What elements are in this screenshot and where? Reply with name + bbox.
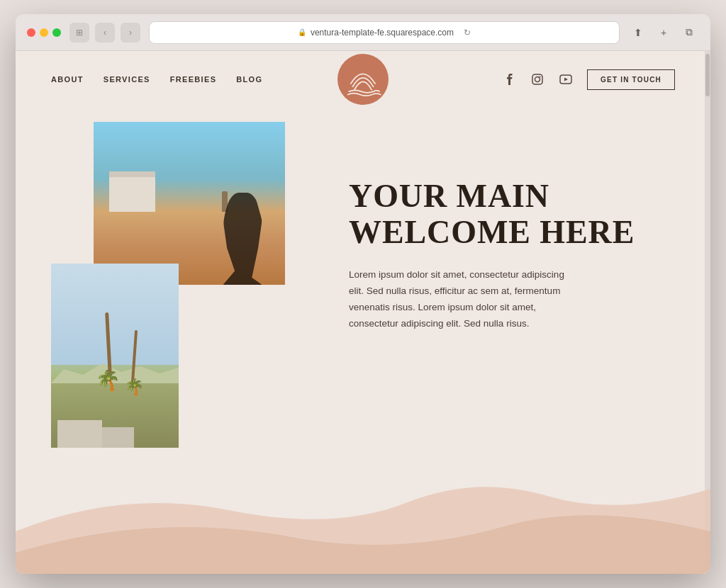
lock-icon: 🔒 xyxy=(298,28,306,36)
desert-scene xyxy=(94,122,285,285)
sidebar-toggle-button[interactable]: ⊞ xyxy=(69,23,89,43)
logo-container[interactable] xyxy=(337,54,389,105)
palm-scene: 🌴 🌴 xyxy=(51,264,179,448)
palm-2: 🌴 xyxy=(125,330,144,396)
reload-icon[interactable]: ↻ xyxy=(464,28,471,38)
nav-right: GET IN TOUCH xyxy=(502,69,675,90)
building-top xyxy=(109,171,155,177)
buildings xyxy=(51,402,179,448)
hero-images: 🌴 🌴 xyxy=(51,122,306,490)
fronds-1: 🌴 xyxy=(95,368,122,394)
hero-body-text: Lorem ipsum dolor sit amet, consectetur … xyxy=(349,267,576,332)
tabs-button[interactable]: ⧉ xyxy=(679,23,699,43)
navigation: ABOUT SERVICES FREEBIES BLOG xyxy=(16,51,710,108)
svg-point-2 xyxy=(535,77,540,82)
url-text: ventura-template-fe.squarespace.com xyxy=(311,28,454,38)
trunk-2 xyxy=(130,330,137,383)
heading-line1: YOUR MAIN xyxy=(349,178,549,214)
wave-decoration xyxy=(16,446,710,574)
maximize-button[interactable] xyxy=(52,28,61,37)
url-bar[interactable]: 🔒 ventura-template-fe.squarespace.com ↻ xyxy=(149,21,620,44)
nav-services[interactable]: SERVICES xyxy=(104,75,150,84)
building xyxy=(109,177,155,216)
browser-controls: ⊞ ‹ › xyxy=(69,23,140,43)
traffic-lights xyxy=(27,28,61,37)
fronds-2: 🌴 xyxy=(123,377,145,397)
website: ABOUT SERVICES FREEBIES BLOG xyxy=(16,51,710,574)
hero-heading: YOUR MAIN WELCOME HERE xyxy=(349,179,675,250)
trunk-1 xyxy=(105,312,112,376)
nav-about[interactable]: ABOUT xyxy=(51,75,84,84)
close-button[interactable] xyxy=(27,28,35,37)
palm-1: 🌴 xyxy=(96,312,121,392)
browser-window: ⊞ ‹ › 🔒 ventura-template-fe.squarespace.… xyxy=(16,14,710,574)
facebook-icon[interactable] xyxy=(502,72,516,86)
new-tab-button[interactable]: + xyxy=(654,23,674,43)
hero-text: YOUR MAIN WELCOME HERE Lorem ipsum dolor… xyxy=(349,122,675,332)
browser-actions: ⬆ + ⧉ xyxy=(628,23,699,43)
nav-freebies[interactable]: FREEBIES xyxy=(170,75,217,84)
youtube-icon[interactable] xyxy=(559,72,573,86)
share-button[interactable]: ⬆ xyxy=(628,23,648,43)
logo xyxy=(337,54,389,105)
minimize-button[interactable] xyxy=(40,28,48,37)
forward-button[interactable]: › xyxy=(121,23,140,43)
heading-line2: WELCOME HERE xyxy=(349,214,635,250)
nav-blog[interactable]: BLOG xyxy=(236,75,262,84)
hero-image-palms: 🌴 🌴 xyxy=(51,264,179,448)
nav-left: ABOUT SERVICES FREEBIES BLOG xyxy=(51,75,262,84)
back-button[interactable]: ‹ xyxy=(95,23,115,43)
instagram-icon[interactable] xyxy=(530,72,544,86)
browser-chrome: ⊞ ‹ › 🔒 ventura-template-fe.squarespace.… xyxy=(16,14,710,51)
get-in-touch-button[interactable]: GET IN TOUCH xyxy=(587,69,675,90)
hero-image-desert xyxy=(94,122,285,285)
svg-rect-1 xyxy=(532,74,542,84)
svg-point-3 xyxy=(540,77,541,78)
